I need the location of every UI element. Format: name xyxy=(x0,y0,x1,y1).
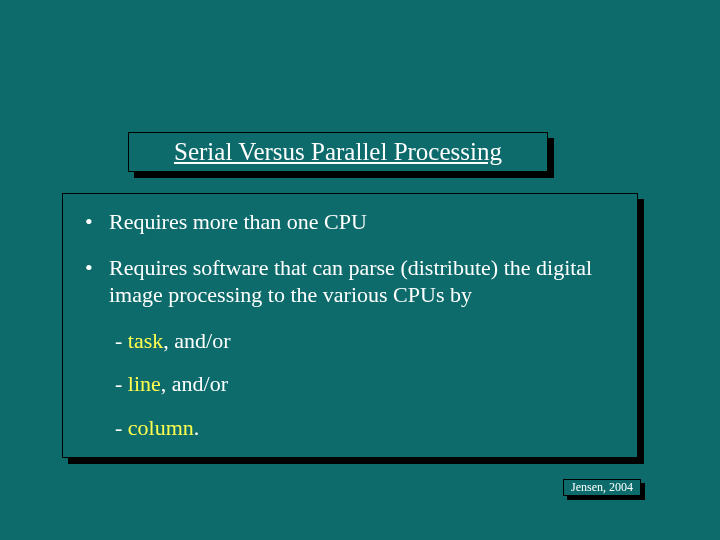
content-box: • Requires more than one CPU • Requires … xyxy=(62,193,638,458)
title-box: Serial Versus Parallel Processing xyxy=(128,132,548,172)
sub-suffix: , and/or xyxy=(161,371,228,396)
bullet-item-2: • Requires software that can parse (dist… xyxy=(85,254,615,309)
dash: - xyxy=(115,415,128,440)
sub-label: line xyxy=(128,371,161,396)
bullet-item-1: • Requires more than one CPU xyxy=(85,208,615,236)
bullet-marker: • xyxy=(85,254,109,309)
bullet-marker: • xyxy=(85,208,109,236)
sub-item-task: - task, and/or xyxy=(115,327,615,355)
bullet-text-2: Requires software that can parse (distri… xyxy=(109,254,615,309)
sub-label: column xyxy=(128,415,194,440)
dash: - xyxy=(115,371,128,396)
sub-suffix: , and/or xyxy=(163,328,230,353)
slide-title: Serial Versus Parallel Processing xyxy=(174,138,502,166)
dash: - xyxy=(115,328,128,353)
sub-item-line: - line, and/or xyxy=(115,370,615,398)
sub-suffix: . xyxy=(194,415,200,440)
sub-label: task xyxy=(128,328,163,353)
bullet-text-1: Requires more than one CPU xyxy=(109,208,615,236)
attribution-text: Jensen, 2004 xyxy=(571,480,633,495)
attribution-box: Jensen, 2004 xyxy=(563,479,641,496)
sub-item-column: - column. xyxy=(115,414,615,442)
